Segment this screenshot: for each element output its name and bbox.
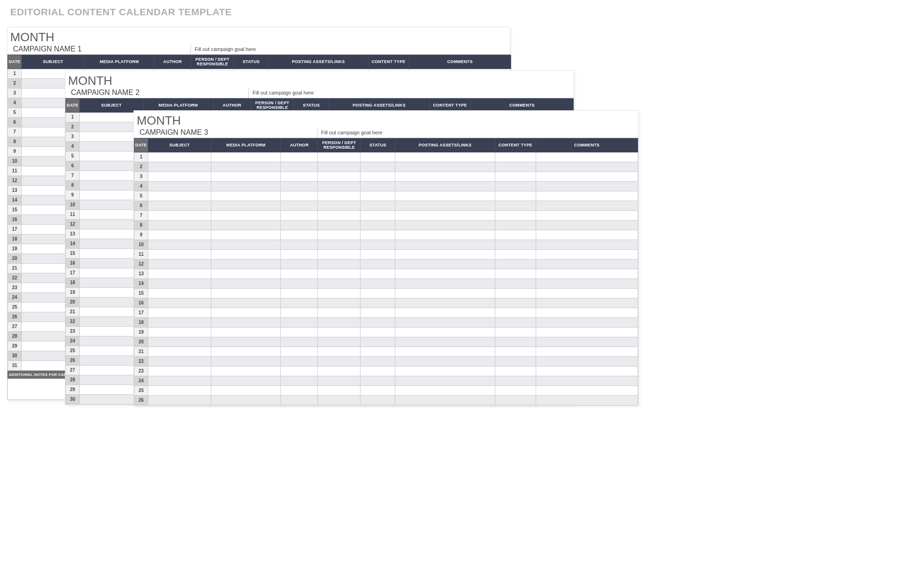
- cell[interactable]: [395, 201, 495, 210]
- cell[interactable]: [148, 288, 211, 298]
- cell[interactable]: [318, 259, 361, 269]
- cell[interactable]: [361, 220, 395, 230]
- cell[interactable]: [536, 181, 638, 191]
- cell[interactable]: [148, 181, 211, 191]
- cell[interactable]: [211, 366, 281, 376]
- cell[interactable]: [536, 249, 638, 259]
- cell[interactable]: [395, 288, 495, 298]
- cell[interactable]: [361, 288, 395, 298]
- cell[interactable]: [211, 298, 281, 308]
- cell[interactable]: [395, 308, 495, 317]
- cell[interactable]: [495, 298, 536, 308]
- cell[interactable]: [318, 152, 361, 162]
- cell[interactable]: [318, 288, 361, 298]
- cell[interactable]: [281, 317, 318, 327]
- cell[interactable]: [148, 230, 211, 240]
- cell[interactable]: [211, 240, 281, 249]
- cell[interactable]: [281, 162, 318, 171]
- cell[interactable]: [211, 376, 281, 386]
- cell[interactable]: [536, 376, 638, 386]
- cell[interactable]: [536, 269, 638, 278]
- cell[interactable]: [495, 171, 536, 181]
- cell[interactable]: [395, 278, 495, 288]
- cell[interactable]: [536, 152, 638, 162]
- cell[interactable]: [536, 220, 638, 230]
- cell[interactable]: [211, 210, 281, 220]
- cell[interactable]: [361, 327, 395, 337]
- cell[interactable]: [361, 181, 395, 191]
- cell[interactable]: [211, 152, 281, 162]
- cell[interactable]: [495, 181, 536, 191]
- campaign-goal[interactable]: Fill out campaign goal here: [317, 128, 638, 138]
- cell[interactable]: [361, 259, 395, 269]
- cell[interactable]: [361, 395, 395, 405]
- cell[interactable]: [361, 249, 395, 259]
- cell[interactable]: [395, 162, 495, 171]
- cell[interactable]: [395, 356, 495, 366]
- cell[interactable]: [361, 376, 395, 386]
- cell[interactable]: [395, 191, 495, 201]
- cell[interactable]: [395, 347, 495, 356]
- cell[interactable]: [495, 210, 536, 220]
- cell[interactable]: [318, 298, 361, 308]
- cell[interactable]: [281, 171, 318, 181]
- cell[interactable]: [395, 376, 495, 386]
- cell[interactable]: [361, 278, 395, 288]
- cell[interactable]: [148, 240, 211, 249]
- cell[interactable]: [395, 240, 495, 249]
- cell[interactable]: [211, 220, 281, 230]
- cell[interactable]: [361, 162, 395, 171]
- cell[interactable]: [395, 171, 495, 181]
- cell[interactable]: [148, 347, 211, 356]
- cell[interactable]: [281, 376, 318, 386]
- cell[interactable]: [495, 317, 536, 327]
- cell[interactable]: [536, 356, 638, 366]
- campaign-goal[interactable]: Fill out campaign goal here: [190, 44, 510, 55]
- cell[interactable]: [211, 201, 281, 210]
- cell[interactable]: [318, 395, 361, 405]
- cell[interactable]: [211, 337, 281, 347]
- cell[interactable]: [361, 171, 395, 181]
- cell[interactable]: [318, 240, 361, 249]
- cell[interactable]: [281, 249, 318, 259]
- cell[interactable]: [148, 201, 211, 210]
- cell[interactable]: [361, 240, 395, 249]
- cell[interactable]: [495, 230, 536, 240]
- cell[interactable]: [318, 181, 361, 191]
- cell[interactable]: [395, 269, 495, 278]
- cell[interactable]: [361, 210, 395, 220]
- cell[interactable]: [495, 337, 536, 347]
- cell[interactable]: [318, 376, 361, 386]
- cell[interactable]: [495, 162, 536, 171]
- cell[interactable]: [281, 240, 318, 249]
- cell[interactable]: [148, 317, 211, 327]
- cell[interactable]: [281, 386, 318, 395]
- cell[interactable]: [536, 210, 638, 220]
- cell[interactable]: [148, 249, 211, 259]
- cell[interactable]: [211, 269, 281, 278]
- cell[interactable]: [395, 395, 495, 405]
- cell[interactable]: [148, 308, 211, 317]
- cell[interactable]: [536, 288, 638, 298]
- cell[interactable]: [318, 269, 361, 278]
- cell[interactable]: [281, 347, 318, 356]
- cell[interactable]: [148, 327, 211, 337]
- cell[interactable]: [495, 327, 536, 337]
- cell[interactable]: [211, 191, 281, 201]
- cell[interactable]: [211, 162, 281, 171]
- cell[interactable]: [281, 298, 318, 308]
- cell[interactable]: [318, 201, 361, 210]
- cell[interactable]: [361, 337, 395, 347]
- cell[interactable]: [318, 337, 361, 347]
- cell[interactable]: [211, 386, 281, 395]
- cell[interactable]: [361, 269, 395, 278]
- cell[interactable]: [536, 230, 638, 240]
- cell[interactable]: [536, 366, 638, 376]
- cell[interactable]: [361, 298, 395, 308]
- cell[interactable]: [281, 152, 318, 162]
- cell[interactable]: [361, 152, 395, 162]
- cell[interactable]: [495, 347, 536, 356]
- cell[interactable]: [211, 181, 281, 191]
- cell[interactable]: [536, 347, 638, 356]
- cell[interactable]: [361, 201, 395, 210]
